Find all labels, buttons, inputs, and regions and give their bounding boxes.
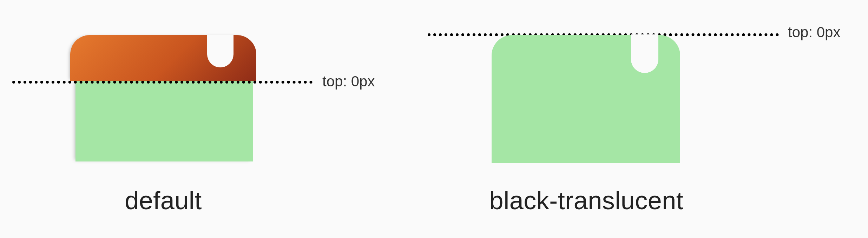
- default-caption: default: [0, 186, 327, 215]
- default-baseline-line: [12, 81, 313, 84]
- diagram-stage: top: 0px default top: 0px black-transluc…: [0, 0, 868, 238]
- default-baseline-label: top: 0px: [322, 73, 375, 90]
- translucent-caption: black-translucent: [421, 186, 751, 215]
- translucent-viewport-body: [492, 35, 680, 163]
- translucent-baseline-label: top: 0px: [788, 24, 840, 41]
- notch-icon: [207, 35, 234, 67]
- notch-icon: [631, 34, 658, 73]
- default-status-bar: [70, 35, 256, 81]
- default-viewport-body: [75, 81, 253, 161]
